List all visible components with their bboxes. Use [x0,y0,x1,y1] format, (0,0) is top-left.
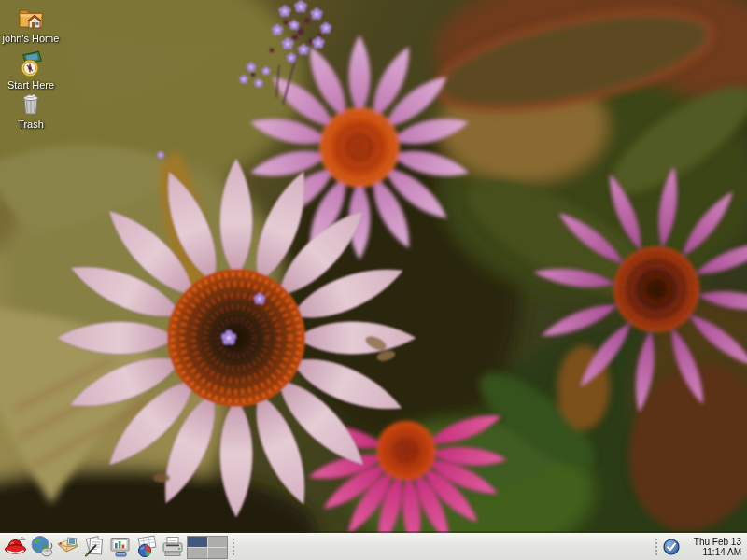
email-launcher[interactable] [55,535,81,560]
clock-date: Thu Feb 13 [685,537,741,547]
trash-icon [17,90,45,118]
web-browser-launcher[interactable] [29,535,55,560]
desktop-root: john's Home Start Here Trash [0,0,747,560]
desktop-icon-label: john's Home [0,33,62,44]
spreadsheet-launcher[interactable] [134,535,160,560]
desktop-icon-start-here[interactable]: Start Here [0,50,62,91]
envelope-photo-icon [56,535,80,559]
printer-icon [161,535,185,559]
print-manager-launcher[interactable] [160,535,186,560]
main-menu-button[interactable] [3,535,29,560]
home-folder-icon [17,4,45,32]
workspace-1[interactable] [188,537,207,547]
pie-sheet-icon [134,535,159,559]
taskbar-panel: Thu Feb 13 11:14 AM [0,533,747,560]
desktop-icon-label: Trash [0,119,62,130]
workspace-4[interactable] [208,548,228,558]
start-here-icon [17,50,45,78]
workspace-2[interactable] [208,537,228,547]
wallpaper-image [0,0,747,560]
word-processor-launcher[interactable] [81,535,107,560]
monitor-chart-icon [108,535,133,559]
red-hat-icon [4,535,28,559]
update-notification[interactable] [661,535,682,560]
workspace-3[interactable] [188,548,207,558]
desktop-icon-trash[interactable]: Trash [0,90,62,130]
desktop-icon-home[interactable]: john's Home [0,4,62,44]
globe-mouse-icon [30,535,54,559]
panel-drag-handle[interactable] [231,537,236,557]
workspace-switcher [187,536,228,559]
update-check-icon [663,539,680,555]
clock-applet[interactable]: Thu Feb 13 11:14 AM [685,537,741,557]
presentation-launcher[interactable] [107,535,134,560]
notification-area-handle[interactable] [654,537,659,557]
documents-pen-icon [82,535,106,559]
clock-time: 11:14 AM [685,547,741,557]
